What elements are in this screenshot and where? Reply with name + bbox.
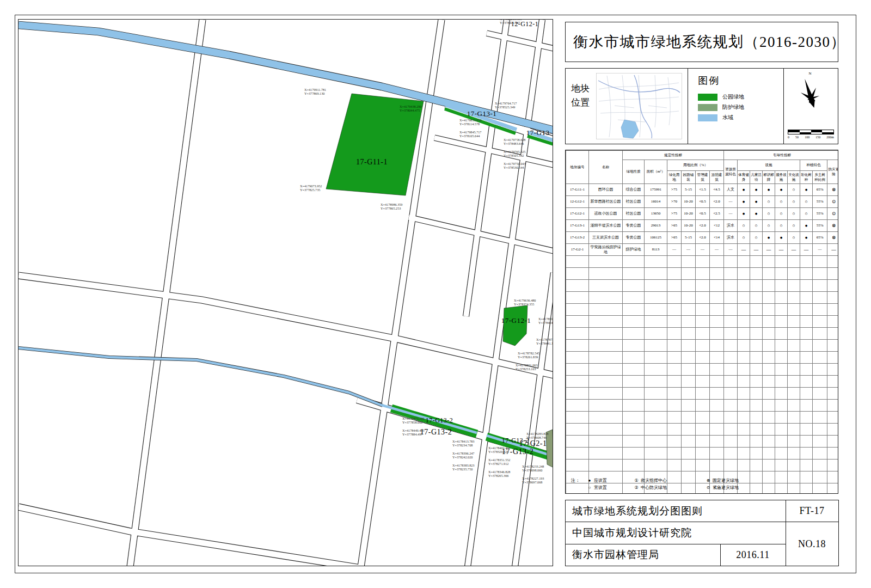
table-cell: 65% — [813, 232, 827, 244]
table-cell: 65% — [813, 184, 827, 196]
table-cell — [763, 376, 775, 388]
table-cell: 29013 — [645, 220, 667, 232]
table-cell — [750, 292, 763, 304]
road — [19, 507, 360, 566]
table-cell: >65 — [667, 232, 682, 244]
title-box: 衡水市城市绿地系统规划（2016-2030） — [565, 22, 838, 62]
table-cell: ⊙ — [827, 208, 838, 220]
table-cell: 10-20 — [682, 196, 696, 208]
table-cell — [682, 388, 696, 400]
table-cell — [696, 304, 710, 316]
table-cell — [827, 448, 838, 460]
table-cell: >75 — [667, 208, 682, 220]
table-cell: — — [682, 244, 696, 256]
table-cell: ● — [738, 196, 750, 208]
table-cell — [589, 328, 623, 340]
table-cell — [682, 280, 696, 292]
table-cell: 人文 — [724, 184, 738, 196]
table-cell: 运政小区公园 — [589, 208, 623, 220]
table-cell: <1.5 — [696, 184, 710, 196]
note-line: 注：●应设置①救灾指挥中心⊗固定避灾绿地 — [571, 477, 778, 484]
scalebar-tick: 100 — [805, 136, 809, 139]
table-cell — [682, 328, 696, 340]
coord-callout: X=4178787.355Y=378441.325 — [536, 338, 553, 345]
table-cell — [775, 436, 788, 448]
table-cell — [724, 460, 738, 471]
table-cell — [589, 304, 623, 316]
table-cell — [682, 292, 696, 304]
table-cell — [710, 292, 724, 304]
table-cell — [667, 436, 682, 448]
note-symbol: ○ — [585, 485, 594, 490]
titleblock-cell: 2016.11 — [721, 544, 786, 566]
table-cell: ○ — [763, 208, 775, 220]
table-cell — [738, 460, 750, 471]
table-cell: <2.0 — [696, 232, 710, 244]
table-cell — [775, 364, 788, 376]
table-cell — [827, 400, 838, 412]
table-cell — [763, 340, 775, 352]
table-cell — [763, 388, 775, 400]
table-cell — [682, 304, 696, 316]
table-cell — [813, 448, 827, 460]
plot-label: 17-G13-2 — [426, 416, 453, 424]
table-cell — [813, 436, 827, 448]
legend-item: 公园绿地 — [698, 93, 783, 101]
table-header-cell: 乡土树种比例 — [813, 171, 827, 184]
table-cell — [724, 424, 738, 436]
table-cell — [800, 364, 813, 376]
coord-callout: X=4179833.970Y=378114.578 — [459, 118, 481, 126]
table-cell — [813, 376, 827, 388]
table-cell — [710, 460, 724, 471]
table-cell — [589, 436, 623, 448]
table-cell — [682, 400, 696, 412]
table-header-cell: 管理建筑 — [696, 171, 710, 184]
table-cell — [645, 292, 667, 304]
plot-label: 17-G13-1 — [526, 128, 553, 137]
titleblock-section: 城市绿地系统规划分图图则FT-17中国城市规划设计研究院NO.18衡水市园林管理… — [565, 500, 838, 566]
table-cell: ○ — [788, 196, 800, 208]
table-header-cell: 用地比例（%） — [667, 160, 724, 171]
table-cell — [645, 316, 667, 328]
table-cell: 专类公园 — [623, 220, 645, 232]
plot-label: 17-G2-1 — [519, 439, 547, 448]
table-empty-row — [566, 340, 839, 352]
table-cell — [775, 292, 788, 304]
table-cell — [645, 400, 667, 412]
table-cell — [750, 448, 763, 460]
table-cell — [724, 388, 738, 400]
table-cell — [623, 268, 645, 280]
table-header-cell: 文化设施 — [788, 171, 800, 184]
table-cell: ⊗ — [827, 232, 838, 244]
table-row: 12-G12-1新华西路社区公园社区公园16014>7010-20<0.5<2.… — [566, 196, 839, 208]
table-cell — [800, 460, 813, 471]
table-cell — [710, 280, 724, 292]
table-cell — [710, 256, 724, 268]
table-cell — [589, 316, 623, 328]
coord-callout: X=4178396.247Y=378242.020 — [452, 451, 474, 459]
table-cell — [813, 460, 827, 471]
table-cell — [566, 388, 589, 400]
table-cell: ● — [750, 184, 763, 196]
table-cell — [667, 256, 682, 268]
note-text: 应设置 — [594, 477, 632, 483]
table-cell: 17-G12-1 — [566, 208, 589, 220]
table-cell — [775, 412, 788, 424]
table-cell — [724, 448, 738, 460]
table-cell: >70 — [667, 196, 682, 208]
titleblock-cell: 中国城市规划设计研究院 — [566, 522, 786, 544]
table-cell — [645, 448, 667, 460]
scalebar-row — [788, 132, 833, 134]
table-cell — [623, 400, 645, 412]
legend-swatch — [698, 104, 717, 111]
table-cell — [813, 256, 827, 268]
table-cell — [800, 400, 813, 412]
table-empty-row — [566, 256, 839, 268]
table-cell: <14 — [710, 232, 724, 244]
table-cell — [775, 304, 788, 316]
plot-label: 17-G13-2 — [502, 448, 533, 456]
table-cell — [800, 376, 813, 388]
table-cell — [800, 256, 813, 268]
table-empty-row — [566, 304, 839, 316]
table-cell — [667, 376, 682, 388]
